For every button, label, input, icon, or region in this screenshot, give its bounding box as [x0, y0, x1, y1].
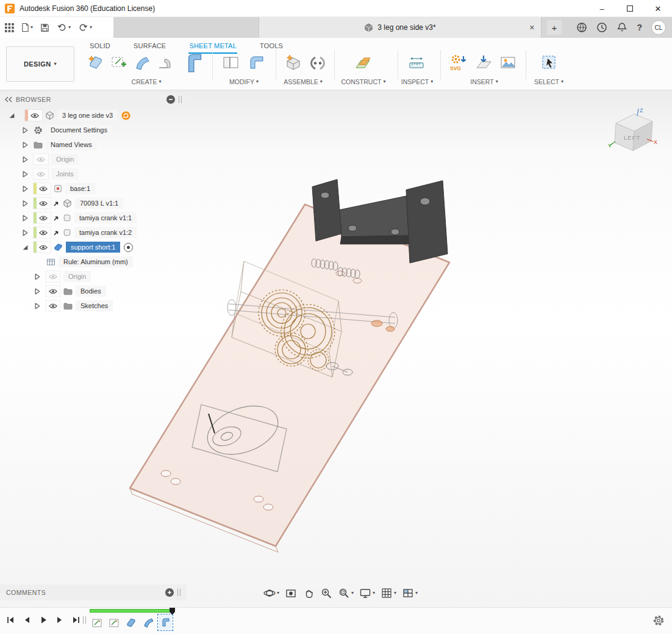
visibility-toggle[interactable]	[34, 212, 51, 223]
expand-arrow-icon[interactable]	[34, 288, 41, 295]
browser-row-root[interactable]: 3 leg one side v3	[0, 108, 130, 123]
browser-row-support-short[interactable]: support short:1	[0, 240, 133, 254]
play-button[interactable]	[37, 614, 50, 626]
construct-plane-tool[interactable]	[352, 52, 373, 73]
undo-button[interactable]: ▾	[57, 23, 71, 32]
document-tab[interactable]: 3 leg one side v3* ✕	[259, 17, 542, 38]
zoom-window-button[interactable]: ▾	[338, 587, 354, 599]
modify-unfold-tool[interactable]	[221, 52, 241, 73]
browser-row-bodies[interactable]: Bodies	[0, 284, 106, 298]
save-button[interactable]	[40, 23, 49, 32]
maximize-button[interactable]	[616, 0, 644, 17]
visibility-toggle[interactable]	[34, 227, 51, 238]
minimize-button[interactable]: –	[588, 0, 616, 17]
visibility-toggle[interactable]	[34, 154, 48, 165]
timeline-sketch-feature[interactable]	[107, 615, 121, 630]
canvas-3d-model[interactable]	[0, 90, 672, 607]
zoom-button[interactable]	[320, 587, 332, 599]
activate-component-radio[interactable]	[124, 243, 133, 252]
expand-arrow-icon[interactable]	[22, 244, 29, 251]
expand-arrow-icon[interactable]	[9, 112, 15, 119]
browser-row-named-views[interactable]: Named Views	[0, 137, 97, 152]
browser-row-origin[interactable]: Origin	[0, 152, 79, 167]
tab-tools[interactable]: TOOLS	[259, 41, 284, 54]
insert-svg-tool[interactable]: SVG	[449, 52, 470, 73]
skip-to-start-button[interactable]	[4, 614, 17, 626]
timeline-sketch-feature[interactable]	[90, 615, 104, 630]
insert-canvas-tool[interactable]	[498, 52, 518, 73]
help-icon[interactable]: ?	[637, 23, 642, 32]
create-flange-tool[interactable]	[85, 52, 106, 73]
visibility-toggle[interactable]	[34, 168, 48, 179]
tab-surface[interactable]: SURFACE	[133, 41, 166, 54]
visibility-toggle[interactable]	[34, 183, 51, 194]
visibility-toggle[interactable]	[34, 242, 51, 253]
file-menu-button[interactable]: ▾	[21, 23, 33, 32]
comments-expand-button[interactable]	[165, 588, 174, 597]
panel-resize-grip[interactable]	[177, 589, 181, 596]
extensions-icon[interactable]	[576, 22, 587, 33]
timeline-flange-feature-selected[interactable]	[159, 615, 172, 630]
group-construct[interactable]: CONSTRUCT▾	[341, 78, 386, 85]
user-avatar[interactable]: CL	[651, 20, 666, 35]
timeline-position-marker[interactable]	[170, 608, 175, 615]
group-create[interactable]: CREATE▾	[132, 78, 162, 85]
new-tab-button[interactable]: +	[547, 20, 562, 35]
expand-arrow-icon[interactable]	[34, 303, 41, 309]
browser-collapse-all-button[interactable]	[166, 95, 175, 104]
browser-row-tamiya-2[interactable]: tamiya crank v1:2	[0, 225, 137, 240]
grid-display-button[interactable]: ▾	[381, 587, 396, 599]
browser-row-support-origin[interactable]: Origin	[0, 269, 91, 284]
timeline-grip[interactable]	[83, 616, 86, 624]
expand-arrow-icon[interactable]	[22, 215, 29, 222]
browser-row-rule[interactable]: Rule: Aluminum (mm)	[0, 254, 133, 269]
look-at-button[interactable]	[285, 587, 297, 599]
insert-derive-tool[interactable]	[473, 52, 494, 73]
tab-solid[interactable]: SOLID	[89, 41, 111, 54]
browser-row-document-settings[interactable]: Document Settings	[0, 123, 112, 137]
group-inspect[interactable]: INSPECT▾	[401, 78, 434, 85]
viewports-button[interactable]: ▾	[402, 587, 418, 599]
visibility-toggle[interactable]	[46, 286, 60, 297]
close-button[interactable]: ✕	[644, 0, 672, 17]
create-sketch-tool[interactable]	[109, 52, 129, 73]
comments-panel-header[interactable]: COMMENTS	[0, 585, 187, 600]
expand-arrow-icon[interactable]	[22, 156, 29, 163]
tab-close-icon[interactable]: ✕	[529, 24, 535, 32]
timeline-progress-bar[interactable]	[90, 609, 171, 613]
notifications-bell-icon[interactable]	[617, 22, 627, 33]
group-modify[interactable]: MODIFY▾	[229, 78, 259, 85]
visibility-toggle[interactable]	[46, 271, 60, 282]
expand-arrow-icon[interactable]	[34, 273, 41, 280]
step-forward-button[interactable]	[53, 614, 66, 626]
viewcube[interactable]: LEFT Z Y X	[601, 99, 668, 160]
group-insert[interactable]: INSERT▾	[470, 78, 498, 85]
browser-row-base[interactable]: base:1	[0, 181, 95, 196]
select-tool[interactable]	[539, 52, 560, 73]
expand-arrow-icon[interactable]	[22, 127, 29, 134]
pan-button[interactable]	[302, 587, 315, 599]
panel-resize-grip[interactable]	[179, 96, 182, 103]
timeline-flange-feature[interactable]	[124, 615, 138, 630]
assemble-new-component-tool[interactable]	[283, 52, 304, 73]
job-status-clock-icon[interactable]	[596, 22, 607, 33]
display-settings-button[interactable]: ▾	[359, 587, 375, 599]
create-base-flange-tool[interactable]	[182, 50, 207, 76]
expand-arrow-icon[interactable]	[22, 229, 29, 236]
group-select[interactable]: SELECT▾	[534, 78, 563, 85]
collapse-panel-icon[interactable]	[5, 96, 12, 103]
expand-arrow-icon[interactable]	[22, 171, 29, 178]
expand-arrow-icon[interactable]	[22, 186, 29, 192]
orbit-button[interactable]: ▾	[263, 587, 279, 599]
create-curved-flange-tool[interactable]	[132, 52, 152, 73]
assemble-joint-tool[interactable]	[307, 52, 328, 73]
timeline-settings-gear-icon[interactable]	[652, 614, 665, 627]
browser-row-sketches[interactable]: Sketches	[0, 298, 113, 313]
expand-arrow-icon[interactable]	[22, 200, 29, 207]
expand-arrow-icon[interactable]	[22, 142, 29, 148]
browser-row-joints[interactable]: Joints	[0, 167, 79, 181]
workspace-selector[interactable]: DESIGN ▾	[6, 46, 74, 82]
redo-button[interactable]: ▾	[78, 23, 92, 32]
visibility-toggle[interactable]	[34, 198, 51, 209]
visibility-toggle[interactable]	[25, 110, 42, 121]
